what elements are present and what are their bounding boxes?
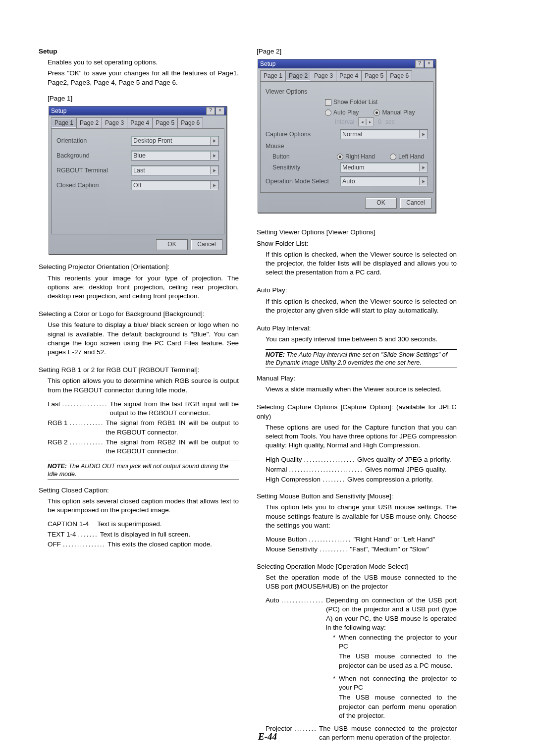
rgb1-desc: The signal from RGB1 IN will be output t…: [106, 419, 239, 436]
ok-button[interactable]: OK: [365, 198, 397, 209]
mouse-button-row: Mouse Button ............... "Right Hand…: [266, 535, 457, 544]
viewer-options-heading: Setting Viewer Options [Viewer Options]: [257, 228, 457, 237]
asterisk-icon: *: [333, 633, 339, 651]
mouse-settings-title: Setting Mouse Button and Sensitivity [Mo…: [257, 492, 457, 501]
mouse-button-term: Mouse Button: [266, 535, 307, 544]
orientation-body: This reorients your image for your type …: [48, 274, 239, 301]
opmode-title: Selecting Operation Mode [Operation Mode…: [257, 562, 457, 571]
tab-page4[interactable]: Page 4: [336, 70, 362, 81]
close-icon[interactable]: ×: [215, 107, 224, 115]
tab-page1[interactable]: Page 1: [51, 117, 77, 128]
tab-page5[interactable]: Page 5: [152, 117, 178, 128]
rgb2-row: RGB 2 ............ The signal from RGB2 …: [48, 438, 239, 456]
dots: ...............: [61, 540, 107, 549]
dots: ................: [60, 400, 110, 418]
left-hand-label: Left Hand: [398, 153, 424, 161]
capture-value: Normal: [340, 130, 419, 139]
tab-page2[interactable]: Page 2: [76, 117, 102, 128]
ok-button[interactable]: OK: [156, 239, 188, 250]
tab-page6[interactable]: Page 6: [386, 70, 412, 81]
tab-page4[interactable]: Page 4: [127, 117, 153, 128]
chevron-right-icon[interactable]: [419, 163, 428, 171]
dialog1-title: Setup: [51, 107, 66, 115]
help-icon[interactable]: ?: [206, 107, 215, 115]
opmode-value: Auto: [340, 177, 419, 186]
manual-play-radio[interactable]: Manual Play: [374, 108, 415, 116]
manual-play-title: Manual Play:: [257, 374, 457, 383]
tab-page3[interactable]: Page 3: [102, 117, 127, 128]
right-hand-label: Right Hand: [345, 153, 375, 161]
interval-unit: sec: [385, 118, 395, 126]
auto-play-radio[interactable]: Auto Play: [325, 108, 359, 116]
rgb1-row: RGB 1 ............ The signal from RGB1 …: [48, 419, 239, 436]
tab-page1[interactable]: Page 1: [260, 70, 286, 81]
cc-text-term: TEXT 1-4: [48, 530, 76, 539]
interval-label: Interval: [335, 118, 354, 126]
sensitivity-dropdown[interactable]: Medium: [340, 162, 428, 172]
note-audio-text: The AUDIO OUT mini jack will not output …: [48, 463, 228, 478]
mouse-button-label: Button: [266, 153, 337, 161]
dots: ..........................: [287, 465, 366, 474]
sensitivity-value: Medium: [340, 163, 419, 172]
chevron-right-icon[interactable]: [210, 152, 218, 160]
help-icon[interactable]: ?: [415, 60, 424, 68]
mouse-settings-body: This option lets you to change your USB …: [266, 503, 457, 530]
cancel-button[interactable]: Cancel: [400, 198, 431, 209]
orientation-dropdown[interactable]: Desktop Front: [131, 136, 219, 146]
capture-dropdown[interactable]: Normal: [340, 129, 428, 139]
capture-title: Selecting Capture Options [Capture Optio…: [257, 403, 457, 421]
tab-page3[interactable]: Page 3: [311, 70, 336, 81]
opmode-auto-desc: Depending on connection of the USB port …: [326, 596, 457, 632]
interval-value: 0: [378, 118, 381, 126]
rgbout-value: Last: [131, 166, 210, 175]
cap-hq-desc: Gives quality of JPEG a priority.: [357, 455, 457, 464]
tab-page6[interactable]: Page 6: [177, 117, 203, 128]
dots: ...............: [279, 596, 326, 632]
cap-hc-row: High Compression ........ Gives compress…: [266, 475, 457, 484]
orientation-label: Orientation: [56, 137, 131, 145]
rgb2-desc: The signal from RGB2 IN will be output t…: [106, 438, 239, 456]
sensitivity-label: Sensitivity: [266, 163, 340, 172]
cc-title: Setting Closed Caption:: [39, 486, 239, 495]
mouse-title: Mouse: [266, 142, 428, 151]
close-icon[interactable]: ×: [425, 60, 433, 68]
rgb1-term: RGB 1: [48, 419, 68, 436]
auto-play-interval-title: Auto Play Interval:: [257, 324, 457, 333]
show-folder-body: If this option is checked, when the View…: [266, 250, 457, 277]
mouse-sens-row: Mouse Sensitivity .......... "Fast", "Me…: [266, 545, 457, 554]
cancel-button[interactable]: Cancel: [191, 239, 222, 250]
tab-page2[interactable]: Page 2: [285, 70, 311, 81]
chevron-right-icon[interactable]: [210, 166, 218, 174]
chevron-right-icon[interactable]: [210, 137, 218, 145]
cap-normal-row: Normal .......................... Gives …: [266, 465, 457, 474]
chevron-right-icon[interactable]: [419, 177, 428, 185]
tab-page5[interactable]: Page 5: [361, 70, 387, 81]
rgbout-dropdown[interactable]: Last: [131, 165, 219, 175]
right-hand-radio[interactable]: Right Hand: [337, 153, 375, 161]
orientation-title: Selecting Projector Orientation [Orienta…: [39, 263, 239, 271]
show-folder-checkbox[interactable]: Show Folder List: [325, 98, 377, 106]
show-folder-title: Show Folder List:: [257, 239, 457, 248]
closed-caption-dropdown[interactable]: Off: [131, 180, 219, 190]
setup-dialog-page1: Setup ? × Page 1 Page 2 Page 3 Page 4 Pa…: [49, 106, 227, 255]
chevron-right-icon[interactable]: [419, 130, 428, 138]
background-dropdown[interactable]: Blue: [131, 151, 219, 161]
orientation-value: Desktop Front: [131, 137, 210, 145]
interval-spinner[interactable]: ◂▸: [358, 117, 374, 126]
rgbout-body: This option allows you to determine whic…: [48, 377, 239, 394]
opmode-b2-title: When not connecting the projector to you…: [339, 674, 457, 692]
cc-caption-row: CAPTION 1-4 Text is superimposed.: [48, 520, 239, 529]
setup-line1: Enables you to set operating options.: [48, 58, 239, 67]
cc-off-desc: This exits the closed caption mode.: [107, 540, 239, 549]
background-body: Use this feature to display a blue/ blac…: [48, 321, 239, 357]
opmode-b2-desc: The USB mouse connected to the projector…: [339, 693, 457, 720]
mouse-button-desc: "Right Hand" or "Left Hand": [354, 535, 457, 544]
chevron-right-icon[interactable]: [210, 181, 218, 189]
opmode-bullet1: * When connecting the projector to your …: [333, 633, 457, 651]
left-hand-radio[interactable]: Left Hand: [390, 153, 424, 161]
show-folder-label: Show Folder List: [333, 98, 377, 106]
auto-play-label: Auto Play: [333, 108, 359, 116]
closed-caption-label: Closed Caption: [56, 181, 131, 190]
opmode-dropdown[interactable]: Auto: [340, 176, 428, 186]
dialog2-tabs: Page 1 Page 2 Page 3 Page 4 Page 5 Page …: [258, 68, 435, 81]
